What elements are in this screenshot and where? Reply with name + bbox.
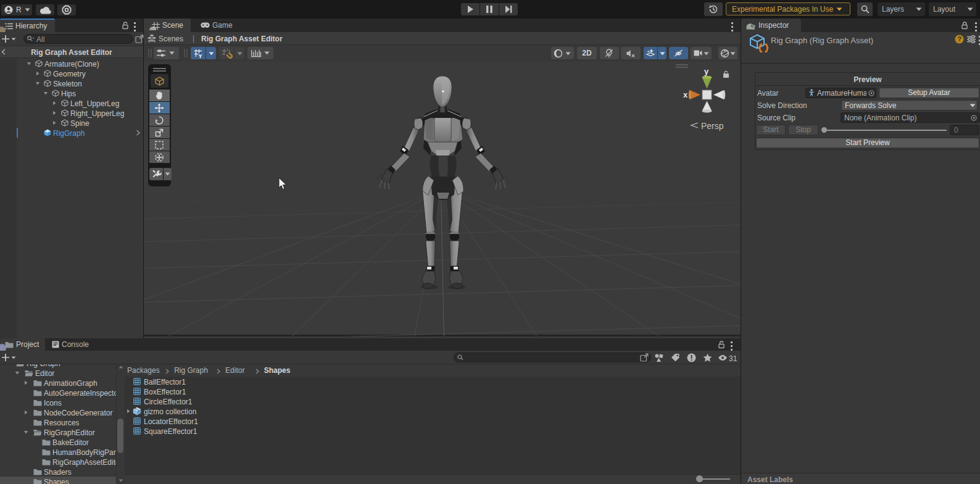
svg-text:y: y <box>704 67 709 76</box>
svg-text:Y: Y <box>199 53 202 59</box>
svg-text:?: ? <box>957 35 961 43</box>
svg-text:x: x <box>683 90 688 99</box>
svg-text:Persp: Persp <box>701 121 724 131</box>
